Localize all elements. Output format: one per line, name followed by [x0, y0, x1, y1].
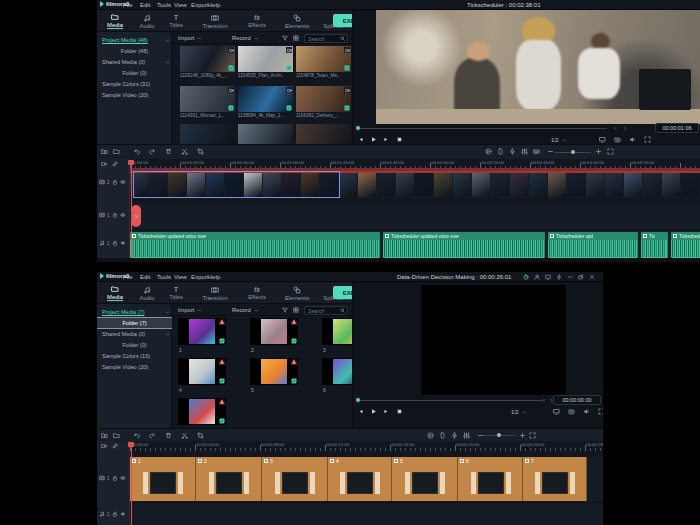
media-thumbnail[interactable] [178, 398, 226, 425]
scissors-icon[interactable] [181, 432, 188, 439]
cam-icon[interactable] [568, 408, 575, 415]
video-clip-frame[interactable] [548, 173, 566, 197]
mixer-icon[interactable] [463, 432, 470, 439]
minus-icon[interactable] [547, 148, 554, 155]
tab-elements[interactable]: Elements [277, 283, 317, 303]
fit-icon[interactable] [644, 136, 651, 143]
sidebar-item[interactable]: Project Media (7) [97, 307, 172, 317]
media-thumbnail[interactable] [296, 86, 351, 112]
media-thumbnail[interactable] [322, 358, 352, 385]
chev-icon[interactable] [165, 332, 170, 337]
lock-icon[interactable] [112, 475, 118, 481]
timeline-ruler[interactable]: 00:00:0000:00:04:0000:00:08:0000:00:12:0… [97, 441, 603, 451]
minimize-button-icon[interactable] [567, 274, 573, 280]
power-button-icon[interactable] [523, 274, 529, 280]
folder-icon[interactable] [113, 432, 120, 439]
video-clip-frame[interactable] [472, 173, 490, 197]
media-thumbnail[interactable] [180, 86, 235, 112]
video-clip-frame[interactable] [586, 173, 604, 197]
filmcam-icon[interactable] [101, 443, 107, 449]
video-clip-frame[interactable] [662, 173, 680, 197]
recording-marker[interactable] [131, 205, 141, 227]
phone-icon[interactable] [497, 148, 504, 155]
video-clip-frame[interactable] [491, 173, 509, 197]
crop-icon[interactable] [197, 432, 204, 439]
tab-media[interactable]: Media [99, 283, 131, 303]
zoom-slider-handle[interactable] [497, 433, 501, 437]
audio-clip[interactable]: Tickscheduler updated voice over [130, 232, 380, 258]
spk-icon[interactable] [629, 136, 636, 143]
lock-icon[interactable] [112, 179, 118, 185]
media-thumbnail[interactable] [296, 124, 351, 144]
prev-button-icon[interactable] [357, 408, 364, 415]
menu-edit[interactable]: Edit [140, 274, 150, 280]
play-button-icon[interactable] [370, 408, 377, 415]
lock-icon[interactable] [112, 240, 118, 246]
eye-icon[interactable] [120, 212, 126, 218]
undo-icon[interactable] [133, 432, 140, 439]
preview-zoom-select[interactable]: 1/2 [551, 136, 567, 144]
folder-icon[interactable] [113, 148, 120, 155]
monitor-icon[interactable] [599, 136, 606, 143]
media-thumbnail[interactable] [180, 124, 235, 144]
scrubber-track[interactable] [357, 128, 607, 129]
render-icon[interactable] [485, 148, 492, 155]
cam-icon[interactable] [614, 136, 621, 143]
stop-button-icon[interactable] [396, 408, 403, 415]
media-thumbnail[interactable] [296, 46, 351, 72]
menu-help[interactable]: Help [208, 2, 220, 8]
filmcam-icon[interactable] [101, 161, 107, 167]
mixer-icon[interactable] [521, 148, 528, 155]
chev-icon[interactable] [165, 310, 170, 315]
video-clip-frame[interactable] [339, 173, 357, 197]
close-button-icon[interactable] [589, 274, 595, 280]
lock-icon[interactable] [112, 212, 118, 218]
folderplus-icon[interactable] [101, 148, 108, 155]
menu-view[interactable]: View [174, 2, 187, 8]
menu-export[interactable]: Export [191, 274, 208, 280]
menu-view[interactable]: View [174, 274, 187, 280]
video-clip-frame[interactable] [624, 173, 642, 197]
eye-icon[interactable] [120, 179, 126, 185]
media-thumbnail[interactable] [178, 358, 226, 385]
zoom-slider-handle[interactable] [571, 150, 575, 154]
video-clip-frame[interactable] [529, 173, 547, 197]
sidebar-item[interactable]: Folder (48) [97, 46, 172, 56]
media-thumbnail[interactable] [250, 358, 298, 385]
link-icon[interactable] [112, 443, 118, 449]
sidebar-item[interactable]: Folder (0) [97, 68, 172, 78]
folderplus-icon[interactable] [101, 432, 108, 439]
timeline-clip[interactable]: 6 [458, 457, 523, 501]
sidebar-item[interactable]: Shared Media (0) [97, 329, 172, 339]
tab-transition[interactable]: Transition [193, 11, 237, 31]
menu-tools[interactable]: Tools [157, 274, 171, 280]
sidebar-item[interactable]: Project Media (48) [97, 35, 172, 45]
fit-icon[interactable] [529, 432, 536, 439]
media-thumbnail[interactable] [238, 86, 293, 112]
plus-icon[interactable] [519, 432, 526, 439]
scrubber-track[interactable] [357, 400, 542, 401]
menu-help[interactable]: Help [208, 274, 220, 280]
crop-icon[interactable] [197, 148, 204, 155]
scissors-icon[interactable] [181, 148, 188, 155]
user-button-icon[interactable] [534, 274, 540, 280]
link-icon[interactable] [112, 161, 118, 167]
media-thumbnail[interactable] [238, 46, 293, 72]
media-thumbnail[interactable] [250, 318, 298, 345]
funnel-icon[interactable] [282, 307, 288, 313]
eye-icon[interactable] [120, 475, 126, 481]
monitor-icon[interactable] [553, 408, 560, 415]
sidebar-item[interactable]: Sample Video (20) [97, 362, 172, 372]
preview-zoom-select[interactable]: 1/2 [511, 408, 527, 416]
media-thumbnail[interactable] [178, 318, 226, 345]
video-clip-frame[interactable] [453, 173, 471, 197]
next-button-icon[interactable] [383, 136, 390, 143]
search-input[interactable]: Search [304, 306, 348, 315]
video-clip-frame[interactable] [358, 173, 376, 197]
spk-icon[interactable] [120, 511, 126, 517]
redo-icon[interactable] [149, 148, 156, 155]
timeline-clip[interactable]: 7 [523, 457, 587, 501]
tab-audio[interactable]: Audio [133, 11, 161, 31]
grid-icon[interactable] [293, 35, 299, 41]
menu-edit[interactable]: Edit [140, 2, 150, 8]
